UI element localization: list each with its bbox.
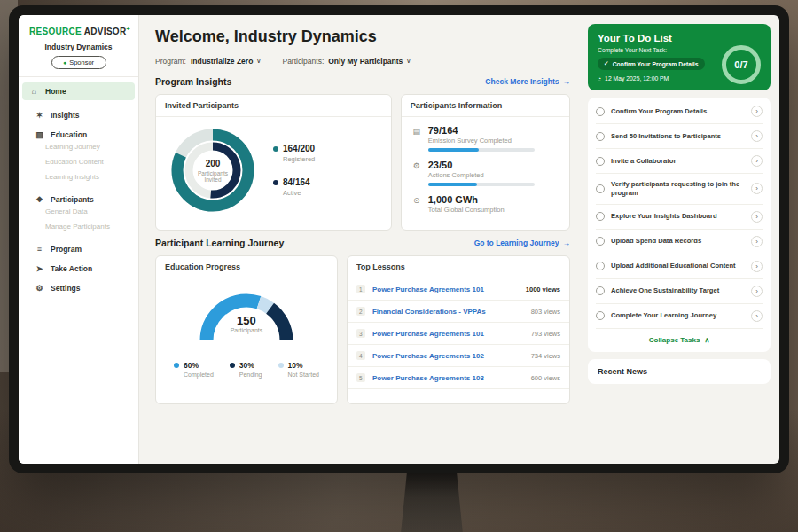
progress-bar-fill bbox=[428, 148, 480, 152]
task-row[interactable]: Complete Your Learning Journey › bbox=[596, 304, 763, 329]
task-checkbox[interactable] bbox=[596, 132, 605, 141]
lesson-row[interactable]: 2 Financial Considerations - VPPAs 803 v… bbox=[348, 301, 569, 323]
photo-of-monitor: { "icons": { "home": "⌂", "insights": "✶… bbox=[0, 0, 798, 532]
arrow-right-icon: → bbox=[563, 239, 571, 247]
card-title: Top Lessons bbox=[348, 256, 569, 278]
lesson-link[interactable]: Power Purchase Agreements 102 bbox=[372, 352, 524, 360]
monitor-bezel: RESOURCE ADVISOR+ Industry Dynamics ● Sp… bbox=[9, 5, 789, 473]
arrow-right-icon: → bbox=[563, 77, 571, 86]
sidebar-item[interactable]: ➤ Take Action bbox=[19, 254, 138, 273]
donut-center-caption: Participants Invited bbox=[192, 170, 234, 183]
sidebar-item-label: Participants bbox=[51, 195, 94, 204]
task-row[interactable]: Achieve One Sustainability Target › bbox=[596, 279, 763, 304]
task-row[interactable]: Explore Your Insights Dashboard › bbox=[596, 205, 763, 230]
sidebar-item[interactable]: Learning Journey bbox=[19, 139, 138, 154]
lesson-link[interactable]: Financial Considerations - VPPAs bbox=[372, 308, 524, 316]
brand-plus-icon: + bbox=[126, 26, 129, 32]
filter-select[interactable]: Participants: Only My Participants ∨ bbox=[282, 57, 411, 66]
sidebar-item[interactable]: ⌂ Home bbox=[22, 82, 135, 100]
sidebar-item[interactable]: ✶ Insights bbox=[19, 100, 138, 120]
task-row[interactable]: Upload Additional Educational Content › bbox=[596, 254, 763, 279]
go-to-learning-journey-link[interactable]: Go to Learning Journey → bbox=[474, 239, 570, 247]
task-row[interactable]: Upload Spend Data Records › bbox=[596, 230, 763, 254]
invited-participants-card: Invited Participants 200 Participants In… bbox=[155, 94, 392, 231]
sidebar-item[interactable]: General Data bbox=[19, 204, 138, 219]
lesson-rank: 2 bbox=[356, 307, 365, 316]
legend-label: Pending bbox=[239, 372, 262, 378]
todo-title: Your To Do List bbox=[598, 33, 761, 43]
sidebar-item[interactable]: ⚙ Settings bbox=[19, 273, 138, 293]
stat-icon: ▤ bbox=[412, 125, 421, 152]
lessons-list: 1 Power Purchase Agreements 101 1000 vie… bbox=[348, 278, 569, 389]
legend-value: 30% bbox=[239, 361, 254, 370]
brand-logo: RESOURCE ADVISOR+ bbox=[19, 22, 138, 38]
filter-select[interactable]: Program: Industrialize Zero ∨ bbox=[155, 57, 261, 66]
chevron-right-icon: › bbox=[755, 107, 758, 115]
main-content: Welcome, Industry Dynamics Program: Indu… bbox=[139, 15, 583, 464]
lesson-link[interactable]: Power Purchase Agreements 103 bbox=[372, 374, 524, 382]
lesson-link[interactable]: Power Purchase Agreements 101 bbox=[372, 286, 519, 293]
filter-bar: Program: Industrialize Zero ∨ Participan… bbox=[155, 57, 570, 66]
task-checkbox[interactable] bbox=[596, 311, 605, 320]
task-chevron-button[interactable]: › bbox=[751, 211, 763, 223]
todo-summary-card: Your To Do List Complete Your Next Task:… bbox=[588, 24, 771, 90]
legend-dot-icon bbox=[273, 180, 278, 185]
task-row[interactable]: Invite a Collaborator › bbox=[596, 149, 763, 174]
sidebar-item-label: Education Content bbox=[45, 158, 104, 166]
sidebar-item[interactable]: ❖ Participants bbox=[19, 184, 138, 204]
donut-center-label: 200 Participants Invited bbox=[167, 124, 259, 216]
chevron-right-icon: › bbox=[755, 262, 758, 270]
task-checkbox[interactable] bbox=[596, 237, 605, 246]
task-row[interactable]: Confirm Your Program Details › bbox=[596, 99, 763, 124]
task-chevron-button[interactable]: › bbox=[751, 106, 763, 117]
task-chevron-button[interactable]: › bbox=[751, 183, 763, 194]
task-checkbox[interactable] bbox=[596, 212, 605, 221]
progress-bar bbox=[428, 148, 535, 152]
sidebar-item[interactable]: Manage Participants bbox=[19, 219, 138, 234]
stat-row: ⚙ 23/50 Actions Completed bbox=[412, 160, 559, 186]
lesson-row[interactable]: 4 Power Purchase Agreements 102 734 view… bbox=[348, 345, 569, 367]
sidebar-item[interactable]: Learning Insights bbox=[19, 169, 138, 184]
legend-value: 164/200 bbox=[283, 144, 315, 153]
stat-icon: ⚙ bbox=[412, 160, 421, 186]
chevron-right-icon: › bbox=[755, 287, 758, 295]
education-progress-card: Education Progress 150 Participants 60% bbox=[155, 255, 338, 404]
gauge-chart: 150 Participants bbox=[193, 286, 300, 353]
sidebar-item[interactable]: ▤ Education bbox=[19, 120, 138, 139]
legend-item: 84/164 Active bbox=[273, 177, 315, 197]
task-chevron-button[interactable]: › bbox=[751, 261, 763, 272]
task-checkbox[interactable] bbox=[596, 107, 605, 116]
sidebar-item[interactable]: ≡ Program bbox=[19, 234, 138, 254]
legend-value: 84/164 bbox=[283, 177, 310, 187]
task-checkbox[interactable] bbox=[596, 157, 605, 166]
card-title: Participants Information bbox=[402, 95, 569, 117]
lesson-row[interactable]: 1 Power Purchase Agreements 101 1000 vie… bbox=[348, 278, 569, 301]
collapse-tasks-button[interactable]: Collapse Tasks ∧ bbox=[596, 329, 763, 350]
task-chevron-button[interactable]: › bbox=[751, 155, 763, 167]
filter-value: Industrialize Zero bbox=[191, 57, 253, 66]
card-title: Invited Participants bbox=[156, 95, 391, 117]
task-checkbox[interactable] bbox=[596, 184, 605, 193]
card-title: Education Progress bbox=[156, 256, 337, 278]
check-more-insights-link[interactable]: Check More Insights → bbox=[485, 77, 570, 86]
sidebar-item-label: Program bbox=[51, 245, 82, 254]
task-row[interactable]: Send 50 Invitations to Participants › bbox=[596, 124, 763, 149]
task-chevron-button[interactable]: › bbox=[751, 236, 763, 247]
task-row[interactable]: Verify participants requesting to join t… bbox=[596, 174, 763, 205]
lesson-row[interactable]: 5 Power Purchase Agreements 103 600 view… bbox=[348, 367, 569, 389]
task-chevron-button[interactable]: › bbox=[751, 286, 763, 297]
task-checkbox[interactable] bbox=[596, 262, 605, 270]
lesson-rank: 5 bbox=[356, 373, 365, 382]
sidebar-item[interactable]: Education Content bbox=[19, 154, 138, 169]
task-chevron-button[interactable]: › bbox=[751, 310, 763, 322]
todo-progress-ring: 0/7 bbox=[722, 45, 761, 84]
todo-next-task[interactable]: ✓ Confirm Your Program Details bbox=[598, 58, 705, 70]
legend-item: 10% Not Started bbox=[278, 361, 319, 378]
stat-row: ▤ 79/164 Emission Survey Completed bbox=[412, 125, 559, 152]
task-checkbox[interactable] bbox=[596, 286, 605, 295]
stat-value: 79/164 bbox=[428, 125, 535, 136]
lesson-row[interactable]: 3 Power Purchase Agreements 101 793 view… bbox=[348, 323, 569, 345]
lesson-link[interactable]: Power Purchase Agreements 101 bbox=[372, 330, 524, 338]
stat-icon: ⊙ bbox=[412, 194, 421, 217]
task-chevron-button[interactable]: › bbox=[751, 130, 763, 142]
